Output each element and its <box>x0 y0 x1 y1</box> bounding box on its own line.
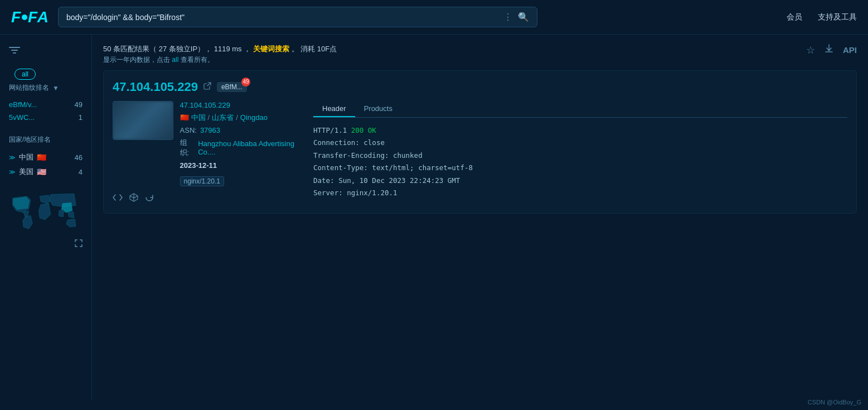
fingerprint-section: 网站指纹排名 ▼ eBfM/v... 49 5vWC... 1 <box>9 83 83 124</box>
watermark: CSDN @OidBoy_G <box>808 399 861 406</box>
header-content: HTTP/1.1 200 OK Connection: close Transf… <box>313 124 847 200</box>
country-link[interactable]: 中国 <box>191 113 206 123</box>
code-icon[interactable] <box>113 194 123 204</box>
header: FFA ⋮ 🔍 会员 支持及工具 <box>0 0 868 35</box>
header-right: 会员 支持及工具 <box>787 12 857 22</box>
country-item-china[interactable]: ≫ 中国 🇨🇳 46 <box>9 150 83 165</box>
header-line-6: Server: nginx/1.20.1 <box>313 187 847 200</box>
chevron-right-icon: ≫ <box>9 154 16 161</box>
asn-row: ASN: 37963 <box>180 126 302 134</box>
results-info: 50 条匹配结果（ 27 条独立IP）， 1119 ms ， 关键词搜索 。 消… <box>103 44 806 65</box>
city-link[interactable]: Qingdao <box>240 113 268 122</box>
tab-header[interactable]: Header <box>313 101 355 117</box>
date-row: 2023-12-11 <box>180 161 302 170</box>
search-icon[interactable]: 🔍 <box>518 12 529 22</box>
header-line-2: Connection: close <box>313 137 847 149</box>
main-content: 50 条匹配结果（ 27 条独立IP）， 1119 ms ， 关键词搜索 。 消… <box>92 35 868 400</box>
top-filter-row: all <box>9 69 83 80</box>
world-map <box>9 190 81 235</box>
result-card-header: 47.104.105.229 eBfM... 49 <box>113 80 847 94</box>
fingerprint-item-1[interactable]: eBfM/v... 49 <box>9 98 83 111</box>
search-input[interactable] <box>66 13 498 22</box>
results-line2: 显示一年内数据，点击 all 查看所有。 <box>103 55 806 65</box>
ip-link[interactable]: 47.104.105.229 <box>180 101 230 109</box>
fingerprint-filter-icon[interactable]: ▼ <box>52 84 59 92</box>
screenshot-placeholder <box>113 101 173 140</box>
api-button[interactable]: API <box>843 45 857 55</box>
country-section: 国家/地区排名 ≫ 中国 🇨🇳 46 ≫ 美国 🇺🇸 4 <box>9 135 83 179</box>
tab-products[interactable]: Products <box>355 101 401 117</box>
header-line-4: Content-Type: text/html; charset=utf-8 <box>313 162 847 175</box>
result-left: 47.104.105.229 🇨🇳 中国 / 山东省 / Qingdao <box>113 101 302 204</box>
content-area: all 网站指纹排名 ▼ eBfM/v... 49 5vWC... 1 国家/地… <box>0 35 868 400</box>
bottom-icons-row <box>113 193 302 204</box>
filter-icon[interactable] <box>9 46 83 57</box>
ip-link-row: 47.104.105.229 <box>180 101 302 109</box>
all-data-link[interactable]: all <box>172 56 178 64</box>
results-line1: 50 条匹配结果（ 27 条独立IP）， 1119 ms ， 关键词搜索 。 消… <box>103 44 806 55</box>
fingerprint-title: 网站指纹排名 ▼ <box>9 83 83 93</box>
svg-rect-0 <box>9 47 20 48</box>
tag-count: 49 <box>241 78 250 86</box>
org-link[interactable]: Hangzhou Alibaba Advertising Co.... <box>198 139 302 156</box>
result-right: Header Products HTTP/1.1 200 OK Connecti… <box>313 101 847 204</box>
result-card: 47.104.105.229 eBfM... 49 <box>103 70 857 214</box>
world-map-svg <box>9 190 81 235</box>
keyword-search-link[interactable]: 关键词搜索 <box>253 45 289 53</box>
header-line-1: HTTP/1.1 200 OK <box>313 124 847 137</box>
org-row: 组织: Hangzhou Alibaba Advertising Co.... <box>180 138 302 158</box>
sidebar: all 网站指纹排名 ▼ eBfM/v... 49 5vWC... 1 国家/地… <box>0 35 92 400</box>
server-badge: nginx/1.20.1 <box>180 176 224 186</box>
country-title: 国家/地区排名 <box>9 135 83 144</box>
ip-address[interactable]: 47.104.105.229 <box>113 80 198 94</box>
tag-badge[interactable]: eBfM... 49 <box>217 82 247 92</box>
header-line-5: Date: Sun, 10 Dec 2023 22:24:23 GMT <box>313 175 847 187</box>
download-icon[interactable] <box>824 44 834 56</box>
results-bar: 50 条匹配结果（ 27 条独立IP）， 1119 ms ， 关键词搜索 。 消… <box>103 35 857 70</box>
results-actions: ☆ API <box>806 44 857 56</box>
tabs-row: Header Products <box>313 101 847 118</box>
svg-rect-1 <box>11 50 18 51</box>
link-icon[interactable] <box>203 82 211 91</box>
chevron-right-icon: ≫ <box>9 168 16 176</box>
fullscreen-icon[interactable] <box>9 239 83 247</box>
star-icon[interactable]: ☆ <box>806 44 815 56</box>
refresh-icon[interactable] <box>145 193 154 204</box>
result-card-body: 47.104.105.229 🇨🇳 中国 / 山东省 / Qingdao <box>113 101 847 204</box>
cube-icon[interactable] <box>129 193 138 204</box>
logo-text: FFA <box>11 8 49 26</box>
result-details: 47.104.105.229 🇨🇳 中国 / 山东省 / Qingdao <box>180 101 302 186</box>
asn-link[interactable]: 37963 <box>200 126 220 134</box>
logo: FFA <box>11 8 49 26</box>
header-line-3: Transfer-Encoding: chunked <box>313 149 847 162</box>
country-item-usa[interactable]: ≫ 美国 🇺🇸 4 <box>9 165 83 179</box>
province-link[interactable]: 山东省 <box>212 113 234 123</box>
fingerprint-item-2[interactable]: 5vWC... 1 <box>9 111 83 124</box>
more-options-icon[interactable]: ⋮ <box>503 12 512 22</box>
search-bar: ⋮ 🔍 <box>58 7 537 27</box>
nav-member[interactable]: 会员 <box>787 12 802 22</box>
all-filter-button[interactable]: all <box>14 69 36 80</box>
nav-tools[interactable]: 支持及工具 <box>818 12 857 22</box>
svg-rect-2 <box>13 52 16 54</box>
search-icons: ⋮ 🔍 <box>503 12 529 22</box>
location-row: 🇨🇳 中国 / 山东省 / Qingdao <box>180 113 302 123</box>
